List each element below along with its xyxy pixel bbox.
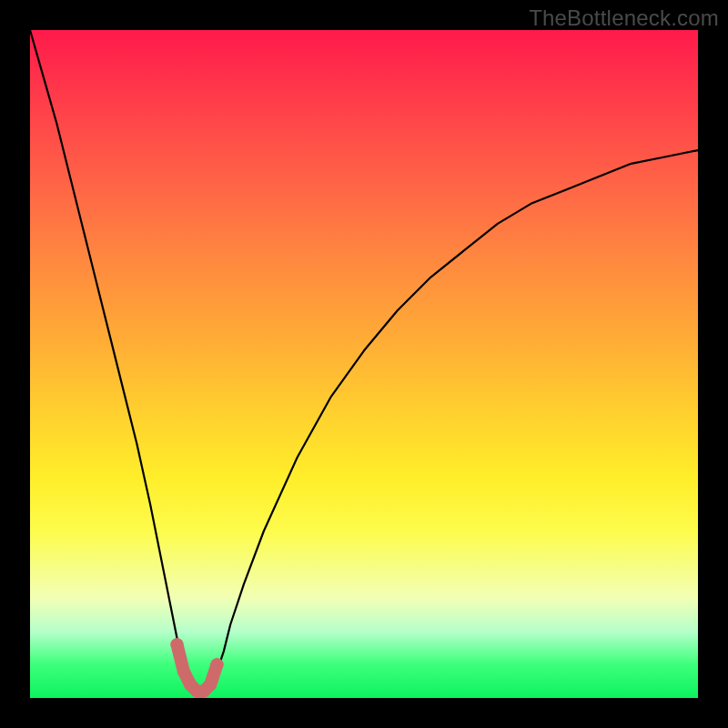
bottleneck-curve-path <box>30 30 698 692</box>
optimal-range-point <box>204 678 217 691</box>
optimal-range-point <box>177 665 190 678</box>
optimal-range-point <box>211 658 224 671</box>
outer-frame: TheBottleneck.com <box>0 0 728 728</box>
watermark-text: TheBottleneck.com <box>529 5 719 31</box>
optimal-range-point <box>170 638 183 651</box>
bottleneck-curve <box>30 30 698 692</box>
plot-area <box>30 30 698 698</box>
chart-svg <box>30 30 698 698</box>
optimal-range-highlight <box>170 638 223 697</box>
